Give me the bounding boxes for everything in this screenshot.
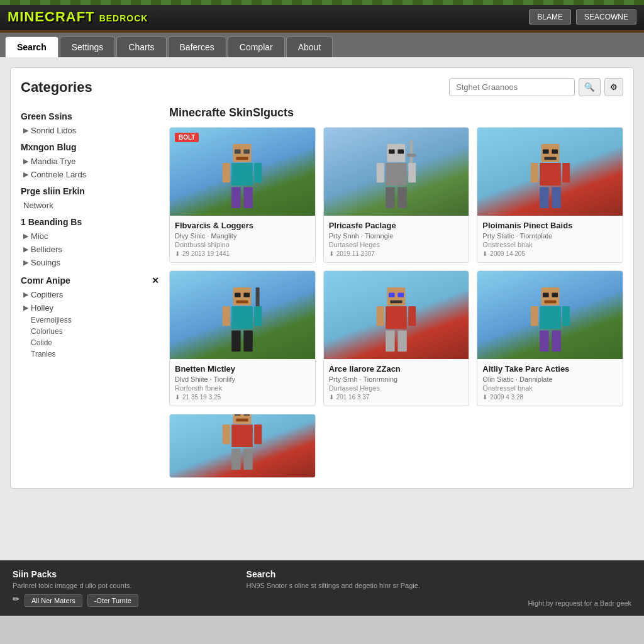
sidebar-item-label: Copitiers (31, 290, 63, 299)
svg-rect-47 (397, 330, 406, 352)
sidebar-item-mandia[interactable]: ▶ Mandia Trye (21, 155, 159, 168)
sidebar-item-souings[interactable]: ▶ Souings (21, 256, 159, 269)
sidebar-item-contnele[interactable]: ▶ Contnele Lards (21, 168, 159, 181)
svg-rect-22 (552, 149, 558, 153)
skin-card-5[interactable]: Altliy Take Parc Acties Olin Siatic · Da… (477, 270, 623, 406)
sidebar-item-copitiers[interactable]: ▶ Copitiers (21, 288, 159, 301)
sidebar-item-holley[interactable]: ▶ Holley (21, 301, 159, 314)
svg-rect-19 (397, 187, 406, 208)
skin-meta-0: Dlvy Sinic · Manglity (175, 232, 310, 240)
sidebar-item-label: Mandia Trye (31, 157, 76, 166)
sidebar-subitem-evernoijiess[interactable]: Evernoijiess (21, 314, 159, 326)
sidebar-section-mxngon: Mxngon Blug ▶ Mandia Trye ▶ Contnele Lar… (21, 142, 159, 181)
svg-rect-58 (235, 414, 241, 416)
sidebar-item-label: Belliders (31, 245, 62, 254)
skin-info-4: Arce llarore ZZacn Prty Srnh · Tionrmnin… (324, 359, 469, 406)
close-icon: ✕ (152, 275, 159, 286)
minecraft-character-1 (371, 140, 421, 216)
filter-heading: Comr Anipe (21, 275, 70, 286)
skin-meta-1: Prty Snnh · Tiornngie (329, 232, 464, 240)
svg-rect-41 (397, 292, 404, 297)
skin-card-4[interactable]: Arce llarore ZZacn Prty Srnh · Tionrmnin… (323, 270, 470, 406)
header: MINECRAFT BEDROCK BLAME SEACOWNE (0, 0, 644, 33)
logo-sub: BEDROCK (99, 13, 148, 23)
sidebar-item-network[interactable]: Network (21, 199, 159, 212)
sidebar-item-mioc[interactable]: ▶ Mioc (21, 230, 159, 243)
seacowne-button[interactable]: SEACOWNE (576, 9, 636, 25)
sidebar-item-label: Mioc (31, 231, 48, 241)
svg-rect-2 (244, 149, 250, 153)
sidebar-heading-green: Green Ssins (21, 111, 159, 121)
skin-meta-2: Prty Static · Tiorntplate (482, 232, 618, 240)
svg-rect-56 (552, 330, 560, 352)
download-icon: ⬇ (482, 250, 487, 257)
svg-rect-21 (543, 149, 549, 153)
skin-meta-4: Prty Srnh · Tionrmning (329, 375, 464, 383)
tab-charts[interactable]: Charts (116, 36, 166, 57)
svg-rect-42 (390, 300, 402, 303)
skin-meta-5: Olin Siatic · Danniplate (482, 375, 618, 383)
sidebar-item-belliders[interactable]: ▶ Belliders (21, 243, 159, 256)
sidebar: Green Ssins ▶ Sonrid Lidos Mxngon Blug ▶… (21, 106, 159, 478)
footer-link-2[interactable]: -Oter Turnte (87, 594, 138, 607)
svg-rect-53 (530, 306, 538, 326)
footer-left-title: Siin Packs (13, 569, 138, 579)
search-submit-button[interactable]: 🔍 (579, 78, 601, 96)
tab-about[interactable]: About (286, 36, 333, 57)
footer-link-1[interactable]: All Ner Maters (25, 594, 82, 607)
svg-rect-46 (386, 330, 394, 352)
tab-search[interactable]: Search (5, 36, 58, 57)
skin-card-1[interactable]: Plricasfe Paclage Prty Snnh · Tiornngie … (323, 127, 470, 263)
skin-stats-2: ⬇ 2009 14 205 (482, 250, 618, 257)
skin-stats-0: ⬇ 29 2013 19 1441 (175, 250, 310, 257)
content-header: Categories 🔍 ⚙ (21, 78, 623, 96)
svg-rect-27 (540, 187, 548, 208)
sidebar-section-prge: Prge sliin Erkin Network (21, 186, 159, 212)
skin-card-6[interactable] (169, 414, 316, 478)
tab-baferces[interactable]: Baferces (168, 36, 226, 57)
svg-rect-59 (244, 414, 250, 416)
svg-rect-43 (386, 306, 407, 329)
svg-rect-5 (223, 163, 230, 182)
expand-arrow: ▶ (23, 232, 28, 240)
skin-card-2[interactable]: Ploimanis Pinect Baids Prty Static · Tio… (477, 127, 623, 263)
filter-button[interactable]: ⚙ (604, 78, 623, 96)
tab-complar[interactable]: Complar (228, 36, 285, 57)
svg-rect-28 (552, 187, 560, 208)
footer: Siin Packs Parlnrel tobic imagge d ullo … (0, 560, 644, 616)
skin-meta-3: Dlvd Shiite · Tionlify (175, 375, 310, 383)
sidebar-item-sonrid[interactable]: ▶ Sonrid Lidos (21, 124, 159, 137)
search-input[interactable] (449, 78, 575, 96)
svg-rect-60 (236, 418, 248, 421)
skin-stats-3: ⬇ 21 35 19 3.25 (175, 394, 310, 401)
skin-card-0[interactable]: BOLT (169, 127, 316, 263)
skin-area: Minecrafte SkinSlgucts BOLT (169, 106, 623, 478)
sidebar-subitem-colide[interactable]: Colide (21, 337, 159, 348)
filter-toggle[interactable]: Comr Anipe ✕ (21, 275, 159, 286)
svg-rect-63 (255, 425, 262, 444)
svg-rect-16 (377, 163, 384, 182)
sidebar-item-label: Contnele Lards (31, 170, 86, 179)
skin-card-3[interactable]: Bnetten Mictley Dlvd Shiite · Tionlify R… (169, 270, 316, 406)
download-icon: ⬇ (482, 394, 487, 401)
blame-button[interactable]: BLAME (529, 9, 571, 25)
download-icon: ⬇ (329, 394, 334, 401)
download-icon: ⬇ (175, 250, 180, 257)
svg-rect-1 (235, 149, 241, 153)
skin-image-6 (170, 414, 315, 477)
skin-info-5: Altliy Take Parc Acties Olin Siatic · Da… (477, 359, 623, 406)
sidebar-subitem-tranles[interactable]: Tranles (21, 348, 159, 360)
skin-image-5 (477, 271, 623, 359)
svg-rect-40 (389, 292, 395, 297)
sidebar-item-label: Souings (31, 258, 60, 267)
sidebar-subitem-colorlues[interactable]: Colorlues (21, 326, 159, 337)
sidebar-heading-mxngon: Mxngon Blug (21, 142, 159, 152)
svg-rect-3 (236, 157, 248, 160)
expand-arrow: ▶ (23, 170, 28, 179)
sidebar-item-label: Sonrid Lidos (31, 126, 76, 135)
tab-settings[interactable]: Settings (60, 36, 116, 57)
minecraft-character-5 (525, 284, 575, 359)
skin-info-1: Plricasfe Paclage Prty Snnh · Tiornngie … (324, 216, 469, 262)
expand-arrow: ▶ (23, 291, 28, 299)
nav-bar: Search Settings Charts Baferces Complar … (0, 33, 644, 57)
